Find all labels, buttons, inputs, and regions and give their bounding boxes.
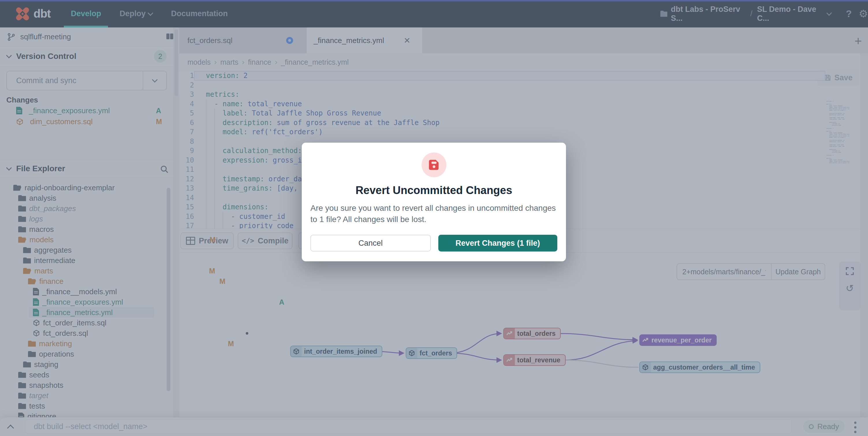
modal-actions: Cancel Revert Changes (1 file): [310, 235, 557, 251]
cancel-button[interactable]: Cancel: [310, 235, 431, 251]
revert-changes-button[interactable]: Revert Changes (1 file): [438, 235, 558, 251]
dbt-cloud-ide: dbt Develop Deploy Documentation dbt Lab…: [0, 0, 868, 436]
revert-changes-modal: Revert Uncommitted Changes Are you sure …: [302, 143, 566, 261]
alert-icon-circle: [422, 152, 446, 177]
modal-body-text: Are you sure you want to revert all chan…: [310, 203, 557, 225]
modal-title: Revert Uncommitted Changes: [355, 184, 512, 197]
save-alert-icon: [428, 159, 440, 171]
